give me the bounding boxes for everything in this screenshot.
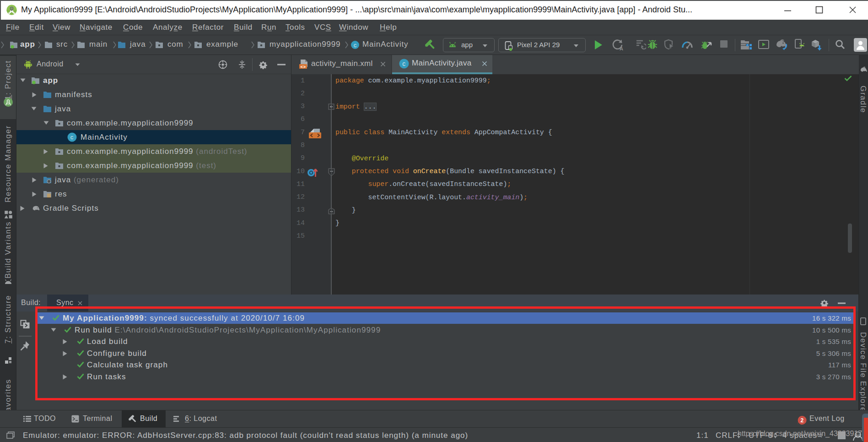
svg-text:<>: <> xyxy=(300,65,306,70)
svg-text:A: A xyxy=(620,46,623,51)
svg-text:2: 2 xyxy=(800,417,803,424)
svg-text:c: c xyxy=(354,42,357,49)
svg-text:c: c xyxy=(70,134,74,141)
svg-text:c: c xyxy=(402,60,405,67)
